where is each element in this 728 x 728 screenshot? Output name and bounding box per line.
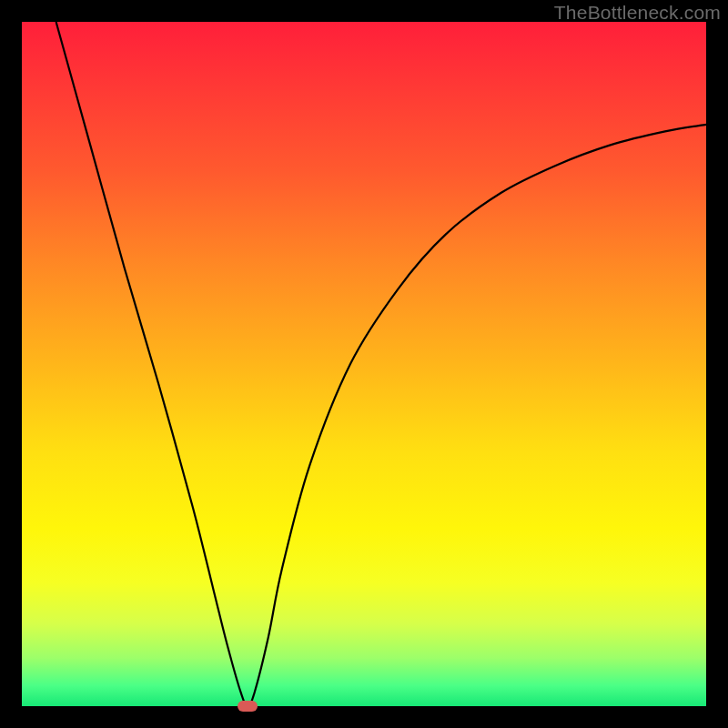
bottleneck-curve [22,22,706,706]
curve-path [56,22,706,706]
chart-frame: TheBottleneck.com [0,0,728,728]
optimal-marker [238,701,258,712]
watermark-text: TheBottleneck.com [554,2,721,24]
plot-area [22,22,706,706]
